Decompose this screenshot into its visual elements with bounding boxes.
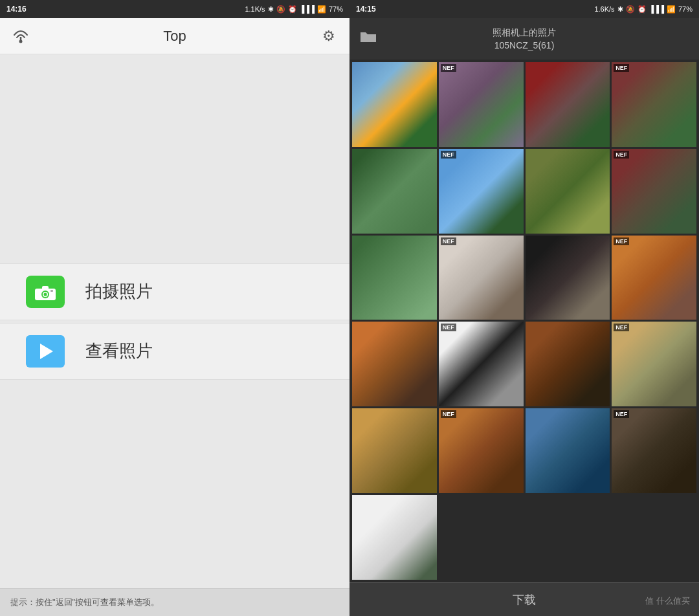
signal-icon-r: ▐▐▐ xyxy=(649,5,664,13)
photo-cell-15[interactable] xyxy=(526,322,610,406)
svg-rect-5 xyxy=(42,286,49,290)
nef-badge: NEF xyxy=(441,324,456,331)
photo-cell-16[interactable]: NEF xyxy=(612,322,696,406)
wifi-status-icon-r: 📶 xyxy=(667,5,676,14)
header-left: Top ⚙ xyxy=(0,18,350,54)
header-right: 照相机上的照片 105NCZ_5(61) xyxy=(350,18,699,60)
view-photo-item[interactable]: 查看照片 xyxy=(0,323,350,380)
photo-cell-9[interactable] xyxy=(352,236,437,320)
camera-icon xyxy=(26,276,65,308)
clock-icon-r: ⏰ xyxy=(638,5,647,14)
hint-text: 提示：按住"返回"按钮可查看菜单选项。 xyxy=(10,597,159,607)
sound-icon: 🔕 xyxy=(276,5,285,14)
nef-badge: NEF xyxy=(441,237,456,245)
bluetooth-icon-r: ✱ xyxy=(617,5,623,14)
watermark: 值 什么值买 xyxy=(645,595,690,607)
photo-cell-18[interactable]: NEF xyxy=(439,408,524,493)
svg-point-4 xyxy=(44,292,47,296)
photo-cell-13[interactable] xyxy=(352,322,437,406)
take-photo-item[interactable]: 拍摄照片 xyxy=(0,263,350,320)
photo-cell-10[interactable]: NEF xyxy=(439,236,524,320)
photo-grid[interactable]: NEF NEF NEF NEF NEF NEF NEF NEF xyxy=(350,60,699,582)
photo-cell-3[interactable] xyxy=(526,62,610,147)
network-speed-right: 1.6K/s xyxy=(594,5,614,13)
view-photo-label: 查看照片 xyxy=(85,340,153,362)
nef-badge: NEF xyxy=(614,410,629,418)
time-left: 14:16 xyxy=(6,5,27,14)
play-icon xyxy=(26,335,65,368)
nef-badge: NEF xyxy=(614,151,629,159)
battery-right: 77% xyxy=(678,5,693,13)
settings-icon[interactable]: ⚙ xyxy=(318,26,339,47)
bluetooth-icon: ✱ xyxy=(268,5,274,14)
wifi-icon[interactable] xyxy=(10,26,31,47)
time-right: 14:15 xyxy=(356,5,376,14)
status-bar-left: 14:16 1.1K/s ✱ 🔕 ⏰ ▐▐▐ 📶 77% xyxy=(0,0,350,18)
photo-cell-4[interactable]: NEF xyxy=(612,62,696,147)
status-icons-left: 1.1K/s ✱ 🔕 ⏰ ▐▐▐ 📶 77% xyxy=(245,5,343,14)
album-subtitle: 105NCZ_5(61) xyxy=(494,40,555,50)
photo-cell-7[interactable] xyxy=(526,149,610,234)
status-icons-right: 1.6K/s ✱ 🔕 ⏰ ▐▐▐ 📶 77% xyxy=(594,5,693,14)
wifi-status-icon: 📶 xyxy=(317,5,326,14)
page-title: Top xyxy=(163,28,186,45)
svg-point-0 xyxy=(19,39,23,43)
svg-rect-6 xyxy=(50,290,53,292)
photo-cell-1[interactable] xyxy=(352,62,437,147)
signal-icon: ▐▐▐ xyxy=(300,5,315,13)
nef-badge: NEF xyxy=(614,237,629,245)
right-panel: 14:15 1.6K/s ✱ 🔕 ⏰ ▐▐▐ 📶 77% 照相机上的照片 105… xyxy=(350,0,699,616)
status-bar-right: 14:15 1.6K/s ✱ 🔕 ⏰ ▐▐▐ 📶 77% xyxy=(350,0,699,18)
photo-cell-20[interactable]: NEF xyxy=(612,408,696,493)
nef-badge: NEF xyxy=(441,410,456,418)
photo-cell-19[interactable] xyxy=(526,408,610,493)
photo-cell-11[interactable] xyxy=(526,236,610,320)
clock-icon: ⏰ xyxy=(288,5,297,14)
folder-icon[interactable] xyxy=(360,30,377,48)
album-title: 照相机上的照片 xyxy=(493,27,556,39)
photo-cell-12[interactable]: NEF xyxy=(612,236,696,320)
bottom-bar: 下载 值 什么值买 xyxy=(350,582,699,616)
hint-bar: 提示：按住"返回"按钮可查看菜单选项。 xyxy=(0,588,350,616)
network-speed-left: 1.1K/s xyxy=(245,5,265,13)
photo-cell-8[interactable]: NEF xyxy=(612,149,696,234)
photo-cell-14[interactable]: NEF xyxy=(439,322,524,406)
photo-cell-21[interactable] xyxy=(352,495,437,580)
left-panel: 14:16 1.1K/s ✱ 🔕 ⏰ ▐▐▐ 📶 77% Top ⚙ xyxy=(0,0,350,616)
download-button[interactable]: 下载 xyxy=(497,587,551,613)
photo-cell-2[interactable]: NEF xyxy=(439,62,524,147)
photo-cell-5[interactable] xyxy=(352,149,437,234)
nef-badge: NEF xyxy=(441,151,456,159)
battery-left: 77% xyxy=(329,5,343,13)
nef-badge: NEF xyxy=(614,64,629,72)
left-content: 拍摄照片 查看照片 xyxy=(0,54,350,588)
photo-cell-6[interactable]: NEF xyxy=(439,149,524,234)
take-photo-label: 拍摄照片 xyxy=(85,280,153,303)
photo-cell-17[interactable] xyxy=(352,408,437,493)
nef-badge: NEF xyxy=(441,64,456,72)
sound-icon-r: 🔕 xyxy=(626,5,635,14)
nef-badge: NEF xyxy=(614,324,629,331)
